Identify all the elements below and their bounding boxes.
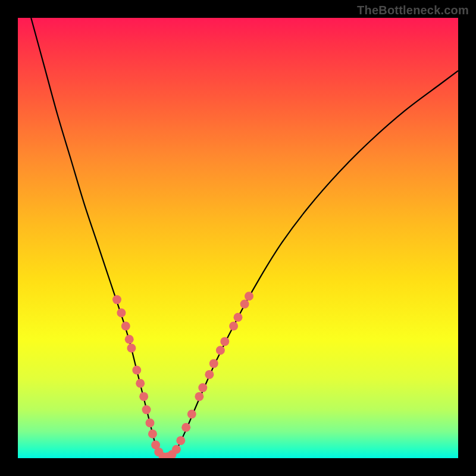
data-marker	[229, 322, 238, 331]
data-marker	[245, 292, 253, 300]
data-marker	[205, 370, 214, 379]
data-marker	[127, 344, 136, 353]
data-marker	[136, 379, 145, 388]
plot-area	[18, 18, 458, 458]
chart-container: TheBottleneck.com	[0, 0, 476, 476]
data-marker	[172, 445, 181, 454]
data-marker	[209, 359, 218, 368]
data-marker	[139, 392, 148, 401]
data-marker	[187, 410, 196, 419]
data-marker	[125, 335, 134, 344]
data-marker	[132, 366, 141, 375]
bottleneck-curve	[31, 18, 458, 458]
data-marker	[142, 405, 151, 414]
chart-svg	[18, 18, 458, 458]
data-marker	[240, 300, 249, 309]
data-marker	[176, 436, 185, 445]
data-marker	[117, 308, 126, 317]
data-marker	[121, 322, 130, 331]
data-marker	[112, 295, 121, 304]
data-marker	[234, 313, 243, 322]
watermark-text: TheBottleneck.com	[357, 4, 469, 17]
data-marker	[216, 346, 225, 355]
data-marker	[146, 418, 155, 427]
marker-group	[112, 292, 253, 458]
data-marker	[198, 383, 207, 392]
data-marker	[220, 337, 229, 346]
data-marker	[181, 423, 190, 432]
data-marker	[148, 430, 157, 439]
data-marker	[195, 392, 203, 401]
